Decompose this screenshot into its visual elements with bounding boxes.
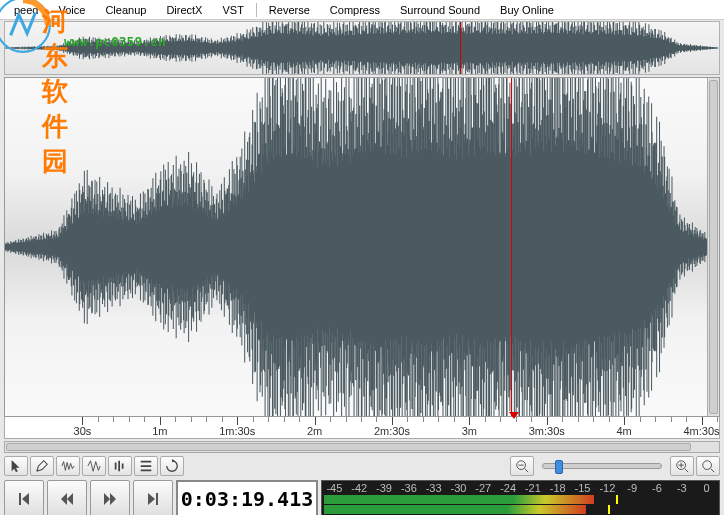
ruler-label: 2m [307,425,322,437]
playhead[interactable] [511,78,512,416]
ruler-label: 4m:30s [683,425,719,437]
meter-bar-left [324,495,594,504]
menu-voice[interactable]: Voice [48,2,95,18]
menu-buy-online[interactable]: Buy Online [490,2,564,18]
main-wave [5,78,719,416]
time-ruler[interactable]: 30s1m1m:30s2m2m:30s3m3m:30s4m4m:30s [4,417,720,439]
ruler-label: 2m:30s [374,425,410,437]
ruler-label: 30s [74,425,92,437]
ruler-label: 3m [462,425,477,437]
wave-tool-2[interactable] [82,456,106,476]
refresh-tool[interactable] [160,456,184,476]
menu-surround[interactable]: Surround Sound [390,2,490,18]
overview-wave [5,22,719,74]
time-display: 0:03:19.413 [176,480,318,515]
menu-directx[interactable]: DirectX [156,2,212,18]
rewind-button[interactable] [47,480,87,515]
menu-vst[interactable]: VST [212,2,253,18]
wave-tool-3[interactable] [108,456,132,476]
menu-bar: peed Voice Cleanup DirectX VST Reverse C… [0,0,724,20]
forward-button[interactable] [90,480,130,515]
menu-separator [256,3,257,17]
meter-peak-l [616,495,618,504]
meter-peak-r [608,505,610,514]
meter-scale: -45-42-39-36-33-30-27-24-21-18-15-12-9-6… [322,482,719,494]
zoom-in-h[interactable] [670,456,694,476]
zoom-slider[interactable] [542,463,662,469]
menu-speed[interactable]: peed [4,2,48,18]
vertical-scrollbar[interactable] [707,78,719,416]
cursor-tool[interactable] [4,456,28,476]
zoom-thumb[interactable] [555,460,563,474]
ruler-label: 3m:30s [529,425,565,437]
ruler-label: 1m:30s [219,425,255,437]
menu-cleanup[interactable]: Cleanup [95,2,156,18]
ruler-label: 1m [152,425,167,437]
ruler-label: 4m [616,425,631,437]
horizontal-scrollbar[interactable] [4,441,720,453]
skip-start-button[interactable] [4,480,44,515]
menu-reverse[interactable]: Reverse [259,2,320,18]
menu-compress[interactable]: Compress [320,2,390,18]
overview-playhead [460,22,461,74]
skip-end-button[interactable] [133,480,173,515]
level-meter: -45-42-39-36-33-30-27-24-21-18-15-12-9-6… [321,480,720,515]
waveform-main[interactable] [4,77,720,417]
zoom-fit[interactable] [696,456,720,476]
ruler-cursor-icon [509,412,519,419]
zoom-out-h[interactable] [510,456,534,476]
tool-row [4,455,720,477]
pencil-tool[interactable] [30,456,54,476]
meter-bar-right [324,505,586,514]
transport-bar: 0:03:19.413 -45-42-39-36-33-30-27-24-21-… [4,480,720,515]
waveform-overview[interactable] [4,21,720,75]
bars-tool[interactable] [134,456,158,476]
wave-tool-1[interactable] [56,456,80,476]
svg-point-3 [703,461,712,470]
